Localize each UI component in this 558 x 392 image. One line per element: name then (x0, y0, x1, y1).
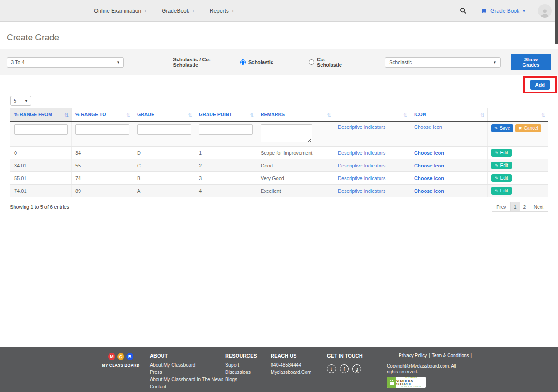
save-button[interactable]: ✎ Save (491, 124, 513, 132)
footer-link-discussions[interactable]: Discussions (225, 369, 271, 375)
descriptive-indicators-link[interactable]: Descriptive Indicators (338, 124, 385, 130)
choose-icon-link[interactable]: Choose Icon (414, 124, 442, 130)
add-button[interactable]: Add (530, 80, 550, 90)
col-range-from[interactable]: % RANGE FROM ⇅ (10, 108, 72, 122)
descriptive-indicators-link[interactable]: Descriptive Indicators (338, 188, 385, 194)
footer: M C B MY CLASS BOARD ABOUT About My Clas… (0, 347, 558, 392)
col-range-to[interactable]: % RANGE TO ⇅ (72, 108, 133, 122)
table-row: 55.01 74 B 3 Very Good Descriptive Indic… (10, 172, 548, 185)
avatar[interactable] (538, 4, 552, 18)
topbar-right: Grade Book ▼ (460, 4, 552, 18)
logo-circle-c: C (117, 353, 124, 360)
sort-icon: ⇅ (188, 113, 192, 118)
pagination-prev[interactable]: Prev (492, 202, 511, 212)
terms-link[interactable]: Term & Conditions (432, 353, 469, 358)
footer-link-about[interactable]: About My Classboard (150, 362, 225, 368)
caret-down-icon: ▼ (116, 60, 120, 64)
topbar: Online Examination › GradeBook › Reports… (0, 0, 558, 22)
radio-co-scholastic[interactable]: Co-Scholastic (309, 57, 346, 68)
lock-icon (387, 377, 396, 388)
table-header-row: % RANGE FROM ⇅ % RANGE TO ⇅ GRADE ⇅ GRAD… (10, 108, 548, 122)
footer-link-support[interactable]: Suport (225, 362, 271, 368)
col-grade-point[interactable]: GRADE POINT ⇅ (195, 108, 257, 122)
show-grades-button[interactable]: Show Grades (511, 54, 551, 70)
grade-book-menu[interactable]: Grade Book ▼ (481, 8, 526, 14)
close-icon: ✖ (518, 126, 522, 131)
radio-scholastic[interactable]: Scholastic (240, 59, 273, 65)
highlight-box: Add (523, 76, 557, 93)
col-actions[interactable]: ⇅ (488, 108, 548, 122)
brand-name: MY CLASS BOARD (94, 363, 147, 368)
privacy-policy-link[interactable]: Privacy Policy (399, 353, 427, 358)
descriptive-indicators-link[interactable]: Descriptive Indicators (338, 163, 385, 168)
footer-link-contact[interactable]: Contact (150, 384, 225, 389)
footer-touch-title: GET IN TOUCH (327, 353, 381, 358)
copyright-text: Copyright@Myclassboard.com, All rights r… (387, 363, 464, 375)
footer-link-press[interactable]: Press (150, 369, 225, 375)
cancel-button[interactable]: ✖ Cancel (515, 124, 541, 132)
caret-down-icon: ▼ (25, 99, 28, 103)
grades-table: % RANGE FROM ⇅ % RANGE TO ⇅ GRADE ⇅ GRAD… (10, 108, 548, 197)
radio-scholastic-input[interactable] (240, 59, 246, 65)
col-grade[interactable]: GRADE ⇅ (133, 108, 195, 122)
logo-circle-m: M (108, 353, 115, 360)
table-row: 74.01 89 A 4 Excellent Descriptive Indic… (10, 185, 548, 197)
nav-online-examination[interactable]: Online Examination › (94, 8, 146, 14)
twitter-icon[interactable]: t (327, 364, 336, 373)
descriptive-indicators-link[interactable]: Descriptive Indicators (338, 150, 385, 156)
choose-icon-link[interactable]: Choose Icon (414, 163, 444, 168)
col-remarks[interactable]: REMARKS ⇅ (257, 108, 334, 122)
sort-icon: ⇅ (480, 113, 484, 118)
nav-gradebook[interactable]: GradeBook › (162, 8, 194, 14)
footer-brand: M C B MY CLASS BOARD (94, 353, 147, 392)
footer-link-website[interactable]: Myclassboard.Com (271, 369, 319, 375)
entries-summary: Showing 1 to 5 of 6 entries (10, 204, 69, 210)
pagination-page-1[interactable]: 1 (510, 202, 520, 212)
col-descriptive[interactable]: ⇅ (334, 108, 410, 122)
phone-number: 040-48584444 (271, 362, 319, 368)
nav-reports[interactable]: Reports › (210, 8, 234, 14)
footer-link-news[interactable]: About My Classboard In The News (150, 377, 225, 382)
range-from-input[interactable] (14, 124, 68, 135)
sort-icon: ⇅ (541, 113, 545, 118)
choose-icon-link[interactable]: Choose Icon (414, 150, 444, 156)
facebook-icon[interactable]: f (340, 364, 349, 373)
grades-panel: Add 5 ▼ % RANGE FROM ⇅ % RANGE TO ⇅ GRAD… (0, 76, 558, 212)
table-row: 34.01 55 C 2 Good Descriptive Indicators… (10, 159, 548, 172)
remarks-textarea[interactable] (261, 124, 312, 142)
caret-down-icon: ▼ (493, 60, 497, 64)
radio-co-scholastic-input[interactable] (309, 59, 314, 65)
choose-icon-link[interactable]: Choose Icon (414, 176, 444, 181)
category-select[interactable]: Scholastic ▼ (385, 57, 501, 68)
sort-icon: ⇅ (327, 113, 331, 118)
edit-icon: ✎ (495, 176, 499, 181)
sort-icon: ⇅ (64, 113, 69, 118)
grade-input[interactable] (137, 124, 191, 135)
footer-about-title: ABOUT (150, 353, 225, 358)
footer-reach-us: REACH US 040-48584444 Myclassboard.Com (271, 353, 319, 392)
google-icon[interactable]: g (352, 364, 361, 373)
chevron-right-icon: › (232, 8, 234, 14)
edit-button[interactable]: ✎ Edit (491, 174, 512, 182)
main-nav: Online Examination › GradeBook › Reports… (94, 8, 249, 14)
grade-point-input[interactable] (199, 124, 253, 135)
title-block: Create Grade (0, 22, 558, 49)
range-to-input[interactable] (75, 124, 129, 135)
pagination-page-2[interactable]: 2 (520, 202, 530, 212)
pagination-next[interactable]: Next (529, 202, 548, 212)
edit-button[interactable]: ✎ Edit (491, 162, 512, 169)
page-title: Create Grade (7, 33, 59, 42)
scrollbar-thumb[interactable] (555, 0, 558, 44)
descriptive-indicators-link[interactable]: Descriptive Indicators (338, 176, 385, 181)
edit-button[interactable]: ✎ Edit (491, 187, 512, 195)
sort-icon: ⇅ (403, 113, 407, 118)
choose-icon-link[interactable]: Choose Icon (414, 188, 444, 194)
edit-button[interactable]: ✎ Edit (491, 149, 512, 157)
footer-link-blogs[interactable]: Blogs (225, 377, 271, 382)
page-size-select[interactable]: 5 ▼ (10, 96, 31, 106)
chevron-right-icon: › (193, 8, 194, 14)
filter-bar: 3 To 4 ▼ Scholastic / Co-Scholastic Scho… (0, 49, 558, 75)
col-icon[interactable]: ICON ⇅ (410, 108, 488, 122)
search-icon[interactable] (460, 7, 467, 14)
class-select[interactable]: 3 To 4 ▼ (7, 57, 124, 68)
